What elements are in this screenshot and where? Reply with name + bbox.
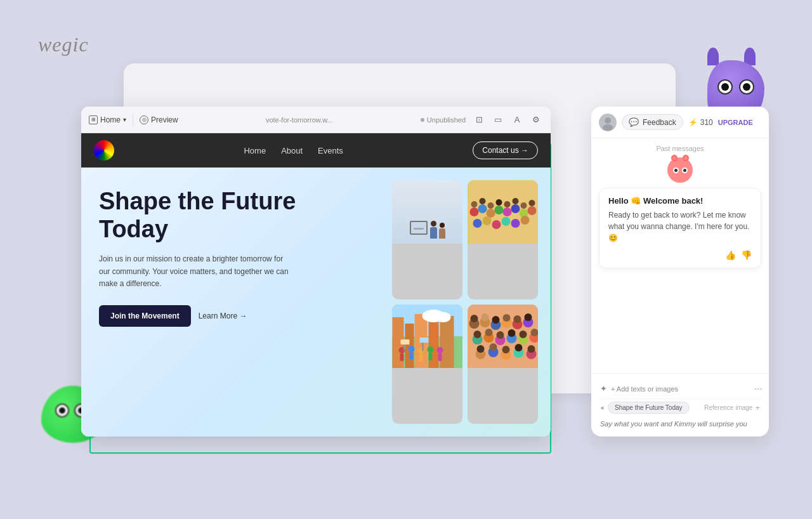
preview-nav-item[interactable]: ◎ Preview	[140, 115, 178, 124]
chat-header: 💬 Feedback ⚡ 310 UPGRADE	[591, 107, 769, 138]
svg-point-66	[508, 329, 516, 337]
upgrade-button[interactable]: UPGRADE	[718, 119, 753, 126]
svg-rect-44	[422, 341, 424, 351]
lightning-icon: ⚡	[688, 118, 698, 127]
join-movement-button[interactable]: Join the Movement	[99, 305, 191, 327]
url-display: vote-for-tomorrow.w...	[185, 116, 414, 124]
svg-rect-41	[438, 353, 442, 361]
purple-pupil-left	[721, 83, 729, 91]
image-card-2	[468, 180, 538, 299]
bot-eye-right	[682, 168, 688, 173]
monster-pupil-left	[59, 407, 65, 414]
svg-point-80	[528, 345, 535, 353]
bot-pupil-right	[683, 169, 686, 172]
svg-point-52	[492, 316, 500, 324]
svg-point-83	[603, 124, 613, 131]
desktop-view-button[interactable]: ⊡	[472, 113, 486, 127]
add-media-button[interactable]: ✦ + Add texts or images	[598, 380, 681, 397]
svg-rect-43	[401, 339, 410, 345]
svg-point-72	[477, 345, 485, 353]
chat-spacer	[591, 268, 769, 373]
svg-point-15	[471, 201, 478, 207]
chat-panel: 💬 Feedback ⚡ 310 UPGRADE Past messages	[591, 107, 769, 437]
home-icon: ⊞	[89, 115, 98, 124]
svg-point-62	[485, 329, 493, 336]
more-options-button[interactable]: ···	[754, 383, 763, 395]
learn-more-button[interactable]: Learn More →	[199, 312, 247, 320]
message-icon: 💬	[629, 117, 639, 127]
voting-scene-image	[392, 180, 462, 244]
thumbs-down-button[interactable]: 👎	[741, 250, 752, 260]
svg-rect-28	[429, 320, 439, 368]
contact-us-button[interactable]: Contact us →	[473, 141, 538, 159]
svg-point-20	[513, 198, 519, 204]
plus-icon: ✦	[600, 384, 607, 393]
toolbar-icons: ⊡ ▭ A ⚙	[472, 113, 543, 127]
home-nav-item[interactable]: ⊞ Home ▾	[89, 115, 126, 124]
svg-point-18	[496, 199, 502, 206]
publish-status: Unpublished	[421, 116, 466, 124]
context-tag[interactable]: Shape the Future Today	[608, 402, 690, 414]
add-reference-button[interactable]: +	[755, 403, 760, 412]
svg-rect-35	[410, 352, 414, 360]
svg-point-3	[487, 209, 495, 218]
svg-rect-26	[405, 324, 414, 368]
svg-point-38	[428, 346, 434, 353]
image-card-4	[468, 305, 538, 424]
svg-point-4	[495, 206, 504, 214]
svg-point-56	[514, 315, 521, 323]
svg-point-17	[488, 202, 494, 209]
hero-image-grid	[386, 168, 551, 437]
feedback-button[interactable]: 💬 Feedback	[622, 114, 683, 130]
nav-home-link[interactable]: Home	[244, 146, 266, 155]
bot-eyes	[673, 168, 688, 173]
festival-image	[392, 305, 462, 368]
past-messages-label: Past messages	[591, 138, 769, 157]
thumbs-up-button[interactable]: 👍	[725, 250, 736, 260]
purple-eye-right	[739, 79, 754, 95]
add-media-row: ✦ + Add texts or images ···	[598, 379, 763, 398]
svg-point-31	[436, 312, 451, 322]
nav-events-link[interactable]: Events	[318, 146, 343, 155]
svg-point-60	[474, 331, 481, 338]
crowd-image-2	[468, 305, 538, 368]
svg-point-14	[521, 216, 530, 225]
monster-ear-left	[707, 48, 719, 65]
svg-point-1	[470, 207, 479, 216]
font-button[interactable]: A	[510, 113, 524, 127]
chat-footer: ✦ + Add texts or images ··· ◂ Shape the …	[591, 373, 769, 437]
settings-button[interactable]: ⚙	[529, 113, 543, 127]
hero-section: Shape the Future Today Join us in our mi…	[81, 168, 551, 437]
nav-links: Home About Events	[127, 146, 460, 155]
browser-toolbar: ⊞ Home ▾ ◎ Preview vote-for-tomorrow.w..…	[81, 107, 551, 133]
svg-point-40	[437, 347, 443, 353]
svg-rect-33	[400, 353, 404, 361]
user-avatar	[599, 114, 617, 131]
wegic-logo: wegic	[38, 33, 89, 56]
purple-monster-eyes	[717, 79, 754, 95]
svg-rect-45	[420, 338, 429, 343]
message-title: Hello 👊 Welcome back!	[608, 196, 752, 206]
svg-point-48	[471, 315, 478, 322]
svg-point-13	[511, 219, 520, 228]
bot-avatar	[667, 157, 693, 183]
svg-point-68	[520, 331, 527, 338]
message-actions: 👍 👎	[608, 250, 752, 260]
hero-description: Join us in our mission to create a brigh…	[99, 253, 289, 290]
monster-eye-left	[55, 404, 69, 417]
svg-point-58	[525, 313, 532, 321]
bot-avatar-container	[591, 157, 769, 183]
bot-ear-right	[683, 155, 689, 161]
svg-rect-29	[440, 316, 454, 368]
image-card-1	[392, 180, 462, 299]
purple-pupil-right	[743, 83, 750, 91]
mobile-view-button[interactable]: ▭	[491, 113, 505, 127]
chat-input[interactable]	[598, 416, 763, 431]
message-body: Ready to get back to work? Let me know w…	[608, 209, 752, 244]
site-logo	[94, 140, 114, 161]
back-icon: ◂	[600, 404, 604, 412]
svg-point-6	[511, 204, 520, 213]
nav-about-link[interactable]: About	[281, 146, 303, 155]
purple-eye-left	[717, 79, 733, 95]
svg-point-54	[503, 314, 511, 322]
